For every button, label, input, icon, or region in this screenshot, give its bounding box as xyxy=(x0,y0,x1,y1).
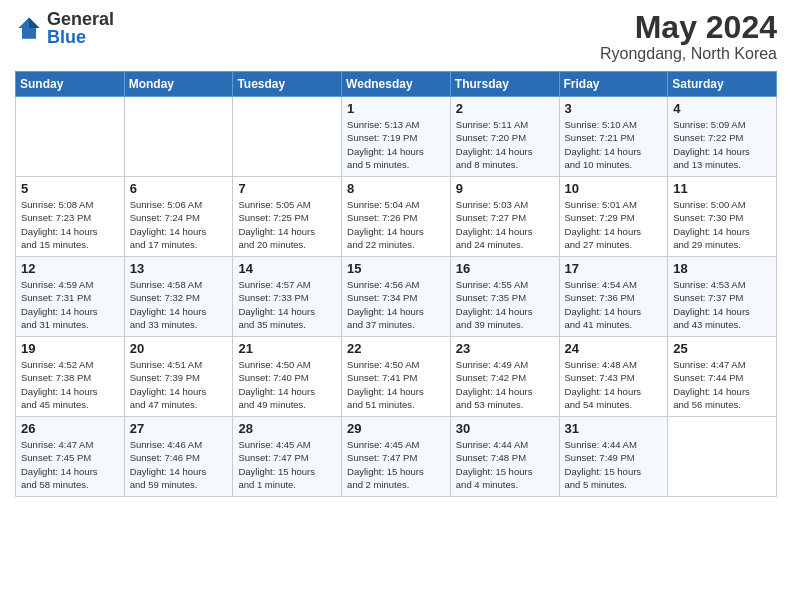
col-header-tuesday: Tuesday xyxy=(233,72,342,97)
day-cell: 7Sunrise: 5:05 AMSunset: 7:25 PMDaylight… xyxy=(233,177,342,257)
day-info: Sunrise: 4:49 AMSunset: 7:42 PMDaylight:… xyxy=(456,358,554,411)
svg-rect-2 xyxy=(22,28,36,39)
day-info: Sunrise: 5:04 AMSunset: 7:26 PMDaylight:… xyxy=(347,198,445,251)
header: General Blue May 2024 Ryongdang, North K… xyxy=(15,10,777,63)
day-cell: 14Sunrise: 4:57 AMSunset: 7:33 PMDayligh… xyxy=(233,257,342,337)
day-cell: 16Sunrise: 4:55 AMSunset: 7:35 PMDayligh… xyxy=(450,257,559,337)
day-info: Sunrise: 5:10 AMSunset: 7:21 PMDaylight:… xyxy=(565,118,663,171)
day-info: Sunrise: 5:06 AMSunset: 7:24 PMDaylight:… xyxy=(130,198,228,251)
logo-blue: Blue xyxy=(47,27,86,47)
day-info: Sunrise: 4:50 AMSunset: 7:40 PMDaylight:… xyxy=(238,358,336,411)
day-cell: 15Sunrise: 4:56 AMSunset: 7:34 PMDayligh… xyxy=(342,257,451,337)
day-cell: 12Sunrise: 4:59 AMSunset: 7:31 PMDayligh… xyxy=(16,257,125,337)
day-number: 27 xyxy=(130,421,228,436)
day-cell xyxy=(124,97,233,177)
col-header-monday: Monday xyxy=(124,72,233,97)
col-header-sunday: Sunday xyxy=(16,72,125,97)
calendar-page: General Blue May 2024 Ryongdang, North K… xyxy=(0,0,792,612)
day-number: 22 xyxy=(347,341,445,356)
logo: General Blue xyxy=(15,10,114,46)
day-number: 13 xyxy=(130,261,228,276)
day-number: 18 xyxy=(673,261,771,276)
week-row-5: 26Sunrise: 4:47 AMSunset: 7:45 PMDayligh… xyxy=(16,417,777,497)
day-cell: 24Sunrise: 4:48 AMSunset: 7:43 PMDayligh… xyxy=(559,337,668,417)
day-cell: 18Sunrise: 4:53 AMSunset: 7:37 PMDayligh… xyxy=(668,257,777,337)
logo-icon xyxy=(15,14,43,42)
day-info: Sunrise: 4:47 AMSunset: 7:44 PMDaylight:… xyxy=(673,358,771,411)
day-info: Sunrise: 4:51 AMSunset: 7:39 PMDaylight:… xyxy=(130,358,228,411)
day-cell: 13Sunrise: 4:58 AMSunset: 7:32 PMDayligh… xyxy=(124,257,233,337)
day-info: Sunrise: 4:47 AMSunset: 7:45 PMDaylight:… xyxy=(21,438,119,491)
day-number: 8 xyxy=(347,181,445,196)
day-info: Sunrise: 4:52 AMSunset: 7:38 PMDaylight:… xyxy=(21,358,119,411)
day-info: Sunrise: 5:05 AMSunset: 7:25 PMDaylight:… xyxy=(238,198,336,251)
day-number: 31 xyxy=(565,421,663,436)
day-cell: 31Sunrise: 4:44 AMSunset: 7:49 PMDayligh… xyxy=(559,417,668,497)
day-cell: 5Sunrise: 5:08 AMSunset: 7:23 PMDaylight… xyxy=(16,177,125,257)
day-cell: 3Sunrise: 5:10 AMSunset: 7:21 PMDaylight… xyxy=(559,97,668,177)
day-cell: 9Sunrise: 5:03 AMSunset: 7:27 PMDaylight… xyxy=(450,177,559,257)
day-cell: 25Sunrise: 4:47 AMSunset: 7:44 PMDayligh… xyxy=(668,337,777,417)
day-number: 1 xyxy=(347,101,445,116)
logo-text: General Blue xyxy=(47,10,114,46)
day-cell: 10Sunrise: 5:01 AMSunset: 7:29 PMDayligh… xyxy=(559,177,668,257)
day-info: Sunrise: 5:09 AMSunset: 7:22 PMDaylight:… xyxy=(673,118,771,171)
col-header-friday: Friday xyxy=(559,72,668,97)
day-number: 9 xyxy=(456,181,554,196)
day-number: 25 xyxy=(673,341,771,356)
day-info: Sunrise: 4:59 AMSunset: 7:31 PMDaylight:… xyxy=(21,278,119,331)
day-cell: 8Sunrise: 5:04 AMSunset: 7:26 PMDaylight… xyxy=(342,177,451,257)
day-info: Sunrise: 5:01 AMSunset: 7:29 PMDaylight:… xyxy=(565,198,663,251)
day-cell xyxy=(668,417,777,497)
day-cell: 29Sunrise: 4:45 AMSunset: 7:47 PMDayligh… xyxy=(342,417,451,497)
day-number: 14 xyxy=(238,261,336,276)
day-cell: 23Sunrise: 4:49 AMSunset: 7:42 PMDayligh… xyxy=(450,337,559,417)
day-cell: 11Sunrise: 5:00 AMSunset: 7:30 PMDayligh… xyxy=(668,177,777,257)
day-info: Sunrise: 4:55 AMSunset: 7:35 PMDaylight:… xyxy=(456,278,554,331)
day-info: Sunrise: 4:46 AMSunset: 7:46 PMDaylight:… xyxy=(130,438,228,491)
week-row-1: 1Sunrise: 5:13 AMSunset: 7:19 PMDaylight… xyxy=(16,97,777,177)
day-cell: 28Sunrise: 4:45 AMSunset: 7:47 PMDayligh… xyxy=(233,417,342,497)
day-info: Sunrise: 5:08 AMSunset: 7:23 PMDaylight:… xyxy=(21,198,119,251)
day-info: Sunrise: 4:53 AMSunset: 7:37 PMDaylight:… xyxy=(673,278,771,331)
week-row-4: 19Sunrise: 4:52 AMSunset: 7:38 PMDayligh… xyxy=(16,337,777,417)
col-header-saturday: Saturday xyxy=(668,72,777,97)
day-number: 28 xyxy=(238,421,336,436)
day-number: 3 xyxy=(565,101,663,116)
col-header-thursday: Thursday xyxy=(450,72,559,97)
logo-general: General xyxy=(47,9,114,29)
day-info: Sunrise: 4:44 AMSunset: 7:49 PMDaylight:… xyxy=(565,438,663,491)
day-number: 24 xyxy=(565,341,663,356)
day-info: Sunrise: 4:56 AMSunset: 7:34 PMDaylight:… xyxy=(347,278,445,331)
calendar-table: SundayMondayTuesdayWednesdayThursdayFrid… xyxy=(15,71,777,497)
day-number: 7 xyxy=(238,181,336,196)
day-cell: 17Sunrise: 4:54 AMSunset: 7:36 PMDayligh… xyxy=(559,257,668,337)
day-cell: 26Sunrise: 4:47 AMSunset: 7:45 PMDayligh… xyxy=(16,417,125,497)
day-cell: 30Sunrise: 4:44 AMSunset: 7:48 PMDayligh… xyxy=(450,417,559,497)
day-cell: 1Sunrise: 5:13 AMSunset: 7:19 PMDaylight… xyxy=(342,97,451,177)
header-row: SundayMondayTuesdayWednesdayThursdayFrid… xyxy=(16,72,777,97)
day-number: 15 xyxy=(347,261,445,276)
day-number: 11 xyxy=(673,181,771,196)
day-number: 30 xyxy=(456,421,554,436)
day-info: Sunrise: 4:58 AMSunset: 7:32 PMDaylight:… xyxy=(130,278,228,331)
day-number: 20 xyxy=(130,341,228,356)
day-number: 29 xyxy=(347,421,445,436)
day-number: 10 xyxy=(565,181,663,196)
day-number: 6 xyxy=(130,181,228,196)
week-row-3: 12Sunrise: 4:59 AMSunset: 7:31 PMDayligh… xyxy=(16,257,777,337)
day-info: Sunrise: 4:50 AMSunset: 7:41 PMDaylight:… xyxy=(347,358,445,411)
day-number: 2 xyxy=(456,101,554,116)
day-info: Sunrise: 4:57 AMSunset: 7:33 PMDaylight:… xyxy=(238,278,336,331)
day-cell: 22Sunrise: 4:50 AMSunset: 7:41 PMDayligh… xyxy=(342,337,451,417)
week-row-2: 5Sunrise: 5:08 AMSunset: 7:23 PMDaylight… xyxy=(16,177,777,257)
day-cell: 4Sunrise: 5:09 AMSunset: 7:22 PMDaylight… xyxy=(668,97,777,177)
day-number: 17 xyxy=(565,261,663,276)
day-info: Sunrise: 5:11 AMSunset: 7:20 PMDaylight:… xyxy=(456,118,554,171)
day-cell: 6Sunrise: 5:06 AMSunset: 7:24 PMDaylight… xyxy=(124,177,233,257)
day-info: Sunrise: 4:48 AMSunset: 7:43 PMDaylight:… xyxy=(565,358,663,411)
day-cell xyxy=(16,97,125,177)
day-number: 16 xyxy=(456,261,554,276)
day-info: Sunrise: 4:45 AMSunset: 7:47 PMDaylight:… xyxy=(238,438,336,491)
day-number: 26 xyxy=(21,421,119,436)
